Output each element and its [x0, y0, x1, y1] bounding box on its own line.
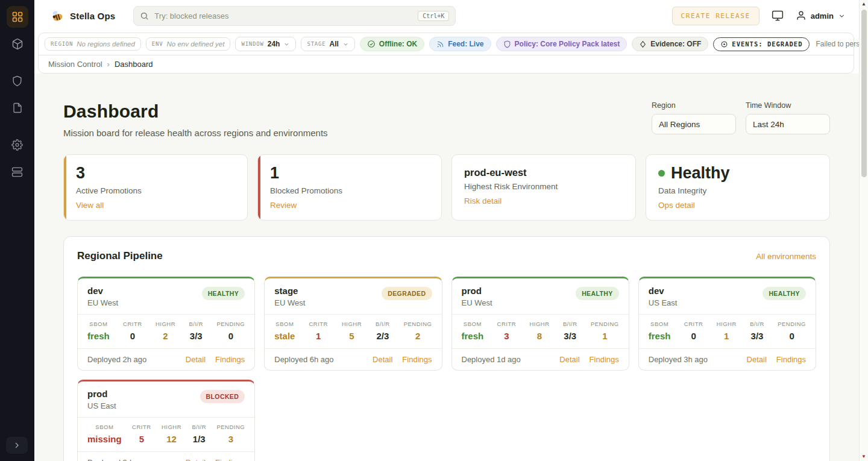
region-select-group: Region All Regions [652, 101, 736, 134]
scroll-up-arrow-icon[interactable]: ▲ [861, 0, 866, 8]
stat-critr: CRITR3 [497, 321, 517, 341]
env-chip-value: No env defined yet [167, 40, 225, 48]
env-filter-chip[interactable]: ENV No env defined yet [146, 37, 231, 51]
detail-link[interactable]: Detail [186, 355, 206, 364]
highest-risk-value: prod-eu-west [464, 167, 623, 178]
env-stats-row: SBOMfresh CRITR0 HIGHR1 B/I/R3/3 PENDING… [639, 314, 816, 348]
stat-label: CRITR [684, 321, 703, 327]
review-link[interactable]: Review [270, 201, 297, 210]
stage-filter-chip[interactable]: STAGE All [301, 37, 354, 51]
breadcrumb-dashboard: Dashboard [115, 60, 153, 69]
highest-risk-label: Highest Risk Environment [464, 182, 623, 191]
stat-value: 5 [132, 434, 151, 444]
stat-label: HIGHR [342, 321, 362, 327]
stat-value: 2 [404, 331, 432, 341]
stat-pending: PENDING3 [216, 424, 245, 444]
search-input[interactable] [154, 11, 412, 20]
offline-status-pill[interactable]: Offline: OK [360, 37, 424, 51]
create-release-button[interactable]: CREATE RELEASE [672, 7, 760, 25]
env-name: stage [274, 286, 305, 296]
env-stats-row: SBOMfresh CRITR0 HIGHR2 B/I/R3/3 PENDING… [78, 314, 254, 348]
stat-value: 1/3 [192, 434, 206, 444]
deployed-time: Deployed 3d ago [87, 458, 146, 461]
findings-link[interactable]: Findings [776, 355, 806, 364]
window-filter-chip[interactable]: WINDOW 24h [235, 37, 296, 51]
circle-dot-icon [720, 40, 728, 48]
stat-value: 0 [123, 331, 142, 341]
scrollbar-thumb[interactable] [861, 10, 867, 177]
vertical-scrollbar[interactable]: ▲ ▼ [859, 0, 868, 461]
app-root: Stella Ops Ctrl+K CREATE RELEASE admin [0, 0, 868, 461]
env-card-footer: Deployed 2h ago Detail Findings [78, 348, 254, 370]
stat-sbom: SBOMfresh [87, 321, 110, 341]
dashboard-grid-icon [11, 11, 24, 23]
events-status-pill[interactable]: EVENTS: DEGRADED [713, 37, 810, 51]
detail-link[interactable]: Detail [186, 458, 206, 461]
region-filter-chip[interactable]: REGION No regions defined [45, 37, 141, 51]
sidebar-item-infrastructure[interactable] [7, 161, 28, 183]
view-all-link[interactable]: View all [76, 201, 104, 210]
env-card-header: stage EU West DEGRADED [265, 278, 441, 314]
findings-link[interactable]: Findings [402, 355, 432, 364]
stat-value: 5 [342, 331, 362, 341]
env-card-footer: Deployed 3h ago Detail Findings [639, 348, 816, 370]
env-card-footer: Deployed 3d ago Detail Findings [78, 451, 254, 461]
stat-label: PENDING [778, 321, 806, 327]
evidence-status-pill[interactable]: Evidence: OFF [632, 37, 708, 51]
stat-value: fresh [87, 331, 110, 341]
user-menu[interactable]: admin [796, 10, 846, 21]
env-stats-row: SBOMmissing CRITR5 HIGHR12 B/I/R1/3 PEND… [78, 417, 254, 451]
env-region: EU West [87, 298, 118, 307]
ops-detail-link[interactable]: Ops detail [658, 201, 695, 210]
env-region: EU West [274, 298, 305, 307]
pipeline-card-prod-us-east: prod US East BLOCKED SBOMmissing CRITR5 … [77, 380, 255, 461]
policy-status-pill[interactable]: Policy: Core Policy Pack latest [496, 37, 627, 51]
pipeline-card-stage-eu-west: stage EU West DEGRADED SBOMstale CRITR1 … [264, 277, 442, 371]
active-promotions-card: 3 Active Promotions View all [63, 154, 248, 221]
findings-link[interactable]: Findings [215, 458, 245, 461]
all-environments-link[interactable]: All environments [756, 252, 816, 261]
global-search[interactable]: Ctrl+K [133, 6, 456, 26]
detail-link[interactable]: Detail [373, 355, 392, 364]
data-integrity-value: Healthy [671, 164, 730, 183]
sidebar-item-security[interactable] [7, 70, 28, 92]
env-region: US East [649, 298, 678, 307]
feed-status-pill[interactable]: Feed: Live [429, 37, 491, 51]
stat-label: B/I/R [376, 321, 390, 327]
sidebar [0, 0, 34, 461]
regional-pipeline-section: Regional Pipeline All environments dev E… [63, 236, 830, 461]
breadcrumb-mission-control[interactable]: Mission Control [48, 60, 102, 69]
detail-link[interactable]: Detail [559, 355, 579, 364]
stat-value: 0 [778, 331, 806, 341]
sidebar-item-settings[interactable] [7, 134, 28, 155]
region-select[interactable]: All Regions [652, 114, 736, 134]
findings-link[interactable]: Findings [215, 355, 245, 364]
stat-bir: B/I/R3/3 [189, 321, 203, 341]
diamond-icon [639, 40, 647, 48]
pipeline-card-dev-eu-west: dev EU West HEALTHY SBOMfresh CRITR0 HIG… [77, 277, 255, 371]
deployed-time: Deployed 6h ago [274, 355, 333, 364]
sidebar-item-releases[interactable] [7, 33, 28, 55]
display-mode-button[interactable] [772, 10, 784, 22]
env-stats-row: SBOMfresh CRITR3 HIGHR8 B/I/R3/3 PENDING… [452, 314, 629, 348]
env-title-block: dev US East [649, 286, 678, 307]
findings-link[interactable]: Findings [590, 355, 619, 364]
detail-link[interactable]: Detail [747, 355, 767, 364]
deployed-time: Deployed 1d ago [462, 355, 521, 364]
region-select-label: Region [652, 101, 736, 110]
sidebar-expand-button[interactable] [6, 437, 28, 454]
scroll-down-arrow-icon[interactable]: ▼ [861, 453, 866, 461]
pipeline-header: Regional Pipeline All environments [77, 250, 816, 262]
env-chip-label: ENV [152, 41, 163, 47]
stat-sbom: SBOMfresh [462, 321, 484, 341]
time-window-select[interactable]: Last 24h [746, 114, 830, 134]
stat-value: 3/3 [189, 331, 203, 341]
stat-value: 1 [309, 331, 328, 341]
stat-label: B/I/R [563, 321, 577, 327]
risk-detail-link[interactable]: Risk detail [464, 196, 502, 205]
stage-chip-value: All [330, 40, 339, 48]
sidebar-item-documents[interactable] [7, 97, 28, 119]
sidebar-item-dashboard[interactable] [7, 6, 28, 28]
stat-value: 3/3 [563, 331, 577, 341]
pipeline-card-prod-eu-west: prod EU West HEALTHY SBOMfresh CRITR3 HI… [451, 277, 629, 371]
